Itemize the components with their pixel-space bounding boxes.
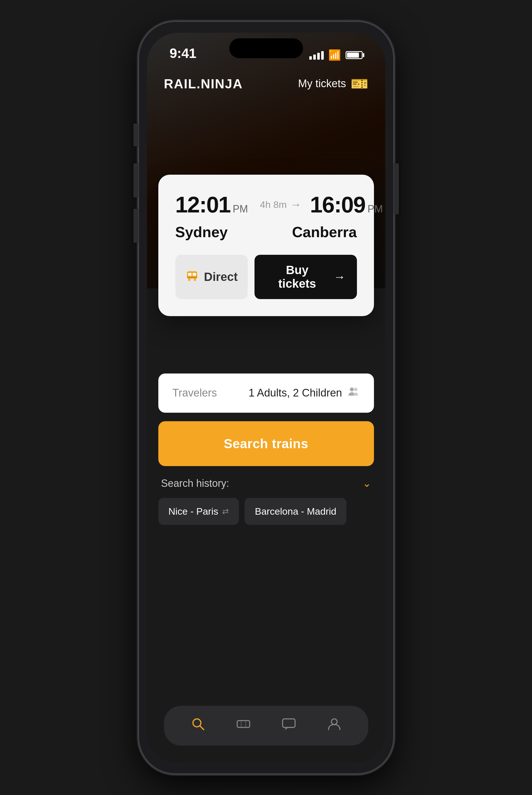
status-icons: 📶	[309, 49, 363, 61]
arrow-right-icon: →	[290, 198, 302, 211]
svg-rect-1	[188, 273, 191, 276]
duration-line: 4h 8m →	[256, 198, 302, 211]
phone-device: 9:41 📶 RAIL.NINJA My tickets 🎫	[138, 21, 394, 774]
arrival-station: Canberra	[292, 223, 357, 240]
battery-icon	[346, 51, 363, 59]
svg-point-12	[331, 719, 337, 725]
chat-nav-icon	[282, 717, 296, 735]
train-icon	[185, 268, 199, 285]
travelers-row[interactable]: Travelers 1 Adults, 2 Children	[158, 374, 374, 413]
status-bar: 9:41 📶	[147, 33, 385, 67]
search-trains-label: Search trains	[224, 436, 308, 451]
svg-line-9	[200, 726, 204, 730]
dynamic-island	[229, 38, 303, 58]
power-button[interactable]	[394, 163, 399, 214]
nav-item-chat[interactable]	[282, 717, 296, 735]
search-history-header: Search history: ⌄	[158, 477, 374, 489]
departure-period: PM	[233, 203, 248, 215]
svg-point-6	[350, 387, 354, 392]
nav-item-search[interactable]	[191, 717, 205, 735]
search-trains-button[interactable]: Search trains	[158, 421, 374, 466]
chevron-down-icon[interactable]: ⌄	[363, 477, 371, 489]
card-actions: Direct Buy tickets →	[175, 255, 357, 299]
travelers-value-row: 1 Adults, 2 Children	[249, 385, 360, 401]
svg-point-5	[194, 278, 196, 281]
history-chip-barcelona-madrid[interactable]: Barcelona - Madrid	[245, 498, 346, 525]
history-chip-nice-paris-label: Nice - Paris	[169, 506, 218, 517]
signal-icon	[309, 51, 324, 60]
volume-down-button[interactable]	[133, 209, 138, 243]
departure-time-block: 12:01 PM	[175, 192, 248, 218]
app-logo: RAIL.NINJA	[164, 76, 243, 91]
phone-screen: 9:41 📶 RAIL.NINJA My tickets 🎫	[147, 33, 385, 763]
result-card: 12:01 PM 4h 8m → 16:09 PM Sydney Canberr…	[158, 175, 374, 316]
arrival-time: 16:09	[310, 192, 365, 218]
app-header: RAIL.NINJA My tickets 🎫	[147, 67, 385, 101]
my-tickets-label[interactable]: My tickets	[298, 77, 346, 90]
volume-up-button[interactable]	[133, 163, 138, 197]
header-right: My tickets 🎫	[298, 75, 368, 92]
direct-label: Direct	[204, 270, 238, 284]
svg-rect-11	[283, 719, 295, 727]
nav-item-profile[interactable]	[327, 717, 342, 735]
bottom-nav	[164, 706, 368, 745]
arrival-period: PM	[367, 203, 383, 215]
tickets-nav-icon	[236, 717, 251, 735]
history-chip-barcelona-madrid-label: Barcelona - Madrid	[255, 506, 336, 517]
svg-point-7	[354, 388, 358, 391]
travelers-icon	[347, 385, 360, 401]
card-station-row: Sydney Canberra	[175, 223, 357, 240]
svg-rect-10	[237, 721, 250, 727]
buy-arrow-icon: →	[334, 270, 346, 284]
buy-tickets-button[interactable]: Buy tickets →	[254, 255, 357, 299]
search-nav-icon	[191, 717, 205, 735]
travelers-label: Travelers	[172, 387, 217, 399]
arrival-time-block: 16:09 PM	[310, 192, 383, 218]
search-form: Travelers 1 Adults, 2 Children Sea	[158, 374, 374, 525]
search-history-label: Search history:	[161, 477, 229, 489]
buy-tickets-label: Buy tickets	[266, 263, 328, 291]
duration-text: 4h 8m	[260, 199, 287, 210]
history-chip-nice-paris[interactable]: Nice - Paris ⇄	[158, 498, 239, 525]
battery-fill	[347, 53, 359, 58]
nav-item-tickets[interactable]	[236, 717, 251, 735]
profile-nav-icon	[327, 717, 342, 735]
history-chips: Nice - Paris ⇄ Barcelona - Madrid	[158, 498, 374, 525]
svg-point-4	[188, 278, 190, 281]
departure-time: 12:01	[175, 192, 231, 218]
departure-station: Sydney	[175, 223, 228, 240]
mute-button[interactable]	[133, 124, 138, 146]
swap-icon: ⇄	[222, 507, 229, 516]
card-time-row: 12:01 PM 4h 8m → 16:09 PM	[175, 192, 357, 218]
wifi-icon: 📶	[328, 49, 341, 61]
svg-rect-2	[193, 273, 196, 276]
svg-rect-3	[187, 277, 197, 278]
direct-button[interactable]: Direct	[175, 255, 248, 299]
travelers-value: 1 Adults, 2 Children	[249, 387, 342, 399]
ticket-icon[interactable]: 🎫	[351, 75, 368, 92]
